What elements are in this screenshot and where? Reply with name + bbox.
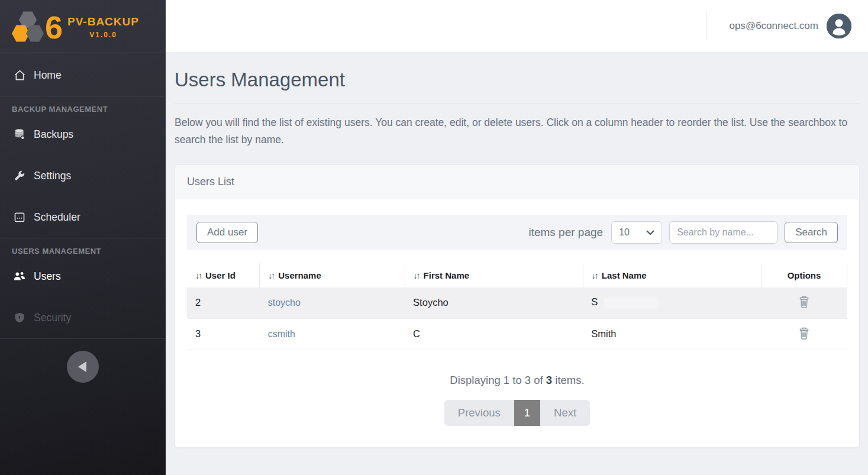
brand-name: PV-BACKUP — [67, 15, 139, 28]
last-name-cell: Smith — [583, 318, 761, 350]
sort-icon: ↓↑ — [195, 271, 201, 280]
sidebar-collapse-button[interactable] — [67, 351, 99, 383]
brand-version: V1.0.0 — [89, 31, 117, 39]
last-name-cell: S — [583, 287, 761, 319]
redacted-blur — [604, 297, 658, 309]
avatar[interactable] — [827, 14, 851, 38]
items-per-page-value: 10 — [619, 227, 635, 238]
column-header-user-id[interactable]: ↓↑User Id — [187, 263, 260, 287]
top-header: ops@6connect.com — [166, 0, 868, 52]
database-icon — [13, 128, 26, 141]
section-label-users-management: USERS MANAGEMENT — [0, 247, 166, 256]
table-row: 3 csmith C Smith — [187, 318, 847, 350]
previous-page-button[interactable]: Previous — [444, 400, 514, 426]
logo-number: 6 — [45, 11, 63, 43]
user-id-cell: 2 — [187, 287, 260, 319]
main-area: ops@6connect.com Users Management Below … — [166, 0, 868, 475]
users-icon — [13, 270, 26, 283]
first-name-cell: Stoycho — [405, 287, 583, 319]
shield-icon — [13, 311, 26, 324]
search-button[interactable]: Search — [785, 222, 838, 243]
section-label-backup-management: BACKUP MANAGEMENT — [0, 105, 166, 114]
page-description: Below you will find the list of existing… — [175, 114, 849, 149]
search-input[interactable] — [669, 221, 777, 244]
sidebar-item-home[interactable]: Home — [0, 64, 166, 86]
sidebar-item-users[interactable]: Users — [0, 265, 166, 287]
sort-icon: ↓↑ — [414, 271, 420, 280]
calendar-icon — [13, 211, 26, 224]
sidebar-divider — [0, 96, 166, 96]
column-header-username[interactable]: ↓↑Username — [260, 263, 405, 287]
sidebar: 6 PV-BACKUP V1.0.0 Home BACKUP MANAGEMEN… — [0, 0, 166, 475]
sidebar-divider — [0, 238, 166, 238]
users-list-card: Users List Add user items per page 10 — [175, 164, 860, 448]
next-page-button[interactable]: Next — [540, 400, 590, 426]
sidebar-item-label: Backups — [34, 128, 73, 141]
chevron-down-icon — [646, 227, 654, 238]
user-email: ops@6connect.com — [729, 20, 818, 32]
user-id-cell: 3 — [187, 318, 260, 350]
sort-icon: ↓↑ — [592, 271, 598, 280]
page-title: Users Management — [175, 69, 860, 91]
sort-icon: ↓↑ — [268, 271, 274, 280]
sidebar-item-label: Scheduler — [34, 211, 80, 224]
column-header-options: Options — [761, 263, 847, 287]
pagination: Displaying 1 to 3 of 3 items. Previous 1… — [187, 374, 847, 426]
sidebar-item-label: Users — [34, 270, 61, 283]
home-icon — [13, 69, 26, 82]
add-user-button[interactable]: Add user — [196, 222, 258, 243]
sidebar-nav: Home BACKUP MANAGEMENT Backups Settings … — [0, 53, 166, 475]
sidebar-item-backups[interactable]: Backups — [0, 123, 166, 146]
sidebar-item-settings[interactable]: Settings — [0, 164, 166, 187]
user-menu: ops@6connect.com — [706, 12, 851, 40]
items-count: 3 — [546, 374, 552, 386]
collapse-left-arrow-icon — [78, 361, 86, 372]
pagination-summary: Displaying 1 to 3 of 3 items. — [187, 374, 847, 387]
column-header-first-name[interactable]: ↓↑First Name — [405, 263, 583, 287]
sidebar-item-label: Settings — [34, 170, 71, 182]
users-table: ↓↑User Id ↓↑Username ↓↑First Name ↓↑Last… — [187, 263, 847, 350]
delete-user-button[interactable] — [798, 326, 811, 342]
sidebar-item-label: Home — [34, 69, 62, 82]
title-divider — [175, 103, 860, 104]
sidebar-item-security[interactable]: Security — [0, 306, 166, 329]
wrench-icon — [13, 169, 26, 182]
table-row: 2 stoycho Stoycho S — [187, 287, 847, 319]
sidebar-item-scheduler[interactable]: Scheduler — [0, 206, 166, 228]
hexagon-logo-icon — [12, 11, 44, 44]
table-toolbar: Add user items per page 10 Search — [187, 215, 847, 250]
table-header-row: ↓↑User Id ↓↑Username ↓↑First Name ↓↑Last… — [187, 263, 847, 287]
page-content: Users Management Below you will find the… — [166, 52, 868, 475]
delete-user-button[interactable] — [798, 295, 811, 311]
card-title: Users List — [175, 165, 859, 199]
app-logo[interactable]: 6 PV-BACKUP V1.0.0 — [0, 0, 166, 53]
username-link[interactable]: csmith — [268, 329, 295, 339]
column-header-last-name[interactable]: ↓↑Last Name — [583, 263, 761, 287]
items-per-page-select[interactable]: 10 — [611, 221, 662, 244]
items-per-page-label: items per page — [528, 226, 603, 239]
sidebar-item-label: Security — [34, 312, 71, 324]
username-link[interactable]: stoycho — [268, 298, 301, 308]
pager: Previous 1 Next — [444, 400, 590, 426]
first-name-cell: C — [405, 318, 583, 350]
current-page-button[interactable]: 1 — [514, 400, 540, 426]
